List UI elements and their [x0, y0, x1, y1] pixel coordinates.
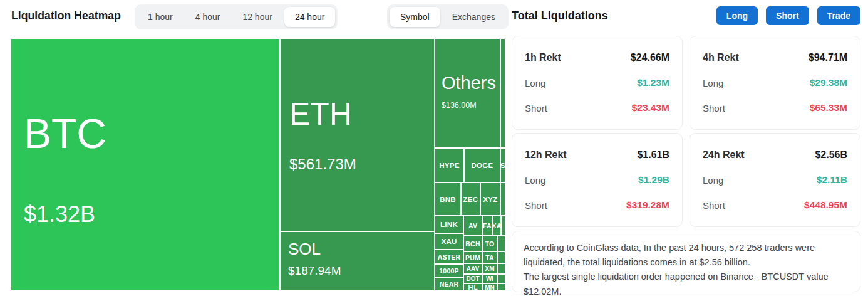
- treemap-cell-sliver[interactable]: [501, 183, 505, 215]
- btc-label: BTC: [24, 113, 106, 154]
- long-label: Long: [703, 175, 723, 186]
- treemap-cell-av[interactable]: AV: [464, 216, 482, 235]
- treemap-cell-pum[interactable]: PUM: [464, 252, 482, 263]
- long-value: $1.23M: [637, 77, 669, 88]
- time-filter-12-hour[interactable]: 12 hour: [232, 7, 282, 27]
- view-filter-group: Symbol Exchanges: [387, 4, 509, 29]
- treemap-cell-ta[interactable]: TA: [483, 252, 497, 263]
- page-title: Liquidation Heatmap: [11, 9, 121, 23]
- treemap-cell-sliver[interactable]: [498, 252, 505, 263]
- long-button[interactable]: Long: [716, 6, 758, 25]
- trade-button[interactable]: Trade: [817, 6, 860, 25]
- time-filter-group: 1 hour 4 hour 12 hour 24 hour: [135, 4, 338, 29]
- panel-header: Total Liquidations Long Short Trade: [512, 6, 860, 25]
- treemap-cell-doge[interactable]: DOGE: [465, 149, 500, 182]
- treemap-cell-1000p[interactable]: 1000P: [435, 265, 463, 277]
- treemap-cell-bch[interactable]: BCH: [464, 236, 482, 251]
- treemap-cell-sliver[interactable]: [501, 39, 505, 147]
- short-button[interactable]: Short: [766, 6, 809, 25]
- long-value: $2.11B: [817, 174, 847, 186]
- long-label: Long: [525, 78, 545, 88]
- short-value: $23.43M: [632, 102, 669, 114]
- card-title: 4h Rekt: [703, 52, 739, 63]
- card-total: $24.66M: [631, 52, 669, 63]
- total-liquidations-panel: Total Liquidations Long Short Trade 1h R…: [512, 0, 860, 296]
- note-line-1: According to CoinGlass data, In the past…: [524, 241, 849, 270]
- short-value: $319.28M: [626, 199, 669, 211]
- treemap-cell-xm[interactable]: XM: [483, 264, 497, 273]
- treemap-cell-btc[interactable]: BTC $1.32B: [11, 39, 279, 290]
- short-label: Short: [703, 103, 725, 114]
- eth-value: $561.73M: [289, 157, 356, 172]
- liquidation-treemap: BTC $1.32B ETH $561.73M SOL $187.94M Oth…: [11, 39, 505, 290]
- sol-value: $187.94M: [288, 265, 341, 277]
- coinglass-summary-note: According to CoinGlass data, In the past…: [512, 231, 860, 292]
- others-value: $136.00M: [442, 102, 477, 110]
- card-title: 1h Rekt: [525, 52, 561, 63]
- time-filter-4-hour[interactable]: 4 hour: [185, 7, 231, 27]
- short-label: Short: [525, 103, 547, 114]
- treemap-cell-fa[interactable]: FA: [483, 216, 492, 235]
- btc-value: $1.32B: [24, 203, 95, 226]
- rekt-card-12h: 12h Rekt $1.61B Long $1.29B Short $319.2…: [512, 133, 683, 227]
- panel-buttons: Long Short Trade: [716, 6, 860, 25]
- card-title: 12h Rekt: [525, 149, 567, 161]
- long-label: Long: [703, 78, 723, 88]
- rekt-card-4h: 4h Rekt $94.71M Long $29.38M Short $65.3…: [690, 36, 860, 130]
- card-total: $2.56B: [815, 149, 847, 161]
- time-filter-24-hour[interactable]: 24 hour: [284, 7, 335, 27]
- treemap-cell-zec[interactable]: ZEC: [462, 183, 480, 215]
- rekt-card-24h: 24h Rekt $2.56B Long $2.11B Short $448.9…: [690, 133, 860, 227]
- card-total: $1.61B: [637, 149, 669, 161]
- others-label: Others: [442, 74, 496, 92]
- note-line-2: The largest single liquidation order hap…: [524, 270, 849, 296]
- short-value: $448.95M: [804, 199, 847, 211]
- panel-title: Total Liquidations: [512, 9, 608, 23]
- sol-label: SOL: [288, 241, 321, 257]
- treemap-cell-aster[interactable]: ASTER: [435, 250, 463, 263]
- view-filter-exchanges[interactable]: Exchanges: [442, 7, 506, 27]
- treemap-cell-others[interactable]: Others $136.00M: [435, 39, 500, 147]
- short-label: Short: [703, 200, 725, 211]
- card-total: $94.71M: [809, 52, 847, 63]
- short-label: Short: [525, 200, 547, 211]
- treemap-cell-dot[interactable]: DOT: [464, 275, 482, 283]
- view-filter-symbol[interactable]: Symbol: [390, 7, 440, 27]
- treemap-cell-aav[interactable]: AAV: [464, 264, 482, 273]
- long-value: $29.38M: [810, 77, 847, 88]
- treemap-cell-hype[interactable]: HYPE: [435, 149, 463, 182]
- treemap-cell-sliver[interactable]: [498, 264, 505, 273]
- long-value: $1.29B: [638, 174, 669, 186]
- treemap-cell-sliver[interactable]: [498, 275, 505, 283]
- treemap-cell-wi[interactable]: WI: [483, 275, 497, 283]
- treemap-cell-sliver[interactable]: S: [501, 149, 505, 182]
- time-filter-1-hour[interactable]: 1 hour: [137, 7, 183, 27]
- treemap-cell-near[interactable]: NEAR: [435, 278, 463, 290]
- treemap-cell-link[interactable]: LINK: [435, 216, 463, 233]
- treemap-cell-xa[interactable]: XA: [493, 216, 500, 235]
- treemap-cell-bnb[interactable]: BNB: [435, 183, 460, 215]
- treemap-cell-fil[interactable]: FIL: [464, 284, 482, 290]
- rekt-card-1h: 1h Rekt $24.66M Long $1.23M Short $23.43…: [512, 36, 683, 130]
- treemap-cell-eth[interactable]: ETH $561.73M: [281, 39, 434, 231]
- treemap-cell-to[interactable]: TO: [483, 236, 497, 251]
- treemap-cell-sliver[interactable]: [498, 236, 505, 251]
- treemap-cell-xau[interactable]: XAU: [435, 234, 463, 249]
- treemap-cell-xyz[interactable]: XYZ: [481, 183, 500, 215]
- treemap-cell-sol[interactable]: SOL $187.94M: [281, 232, 434, 290]
- eth-label: ETH: [289, 98, 352, 130]
- treemap-cell-mn[interactable]: MN: [483, 284, 497, 290]
- short-value: $65.33M: [810, 102, 847, 114]
- liquidation-heatmap-page: Liquidation Heatmap 1 hour 4 hour 12 hou…: [0, 0, 868, 296]
- treemap-cell-sliver[interactable]: [498, 284, 505, 290]
- card-title: 24h Rekt: [703, 149, 745, 161]
- long-label: Long: [525, 175, 545, 186]
- treemap-cell-sliver[interactable]: [502, 216, 505, 235]
